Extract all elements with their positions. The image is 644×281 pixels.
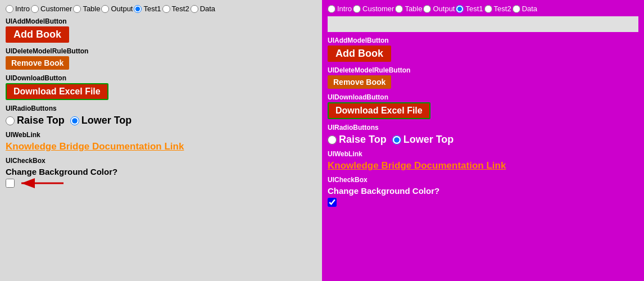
text-input-right[interactable] [328, 16, 638, 32]
web-link-label-right: UIWebLink [328, 150, 638, 158]
tab-test2-radio-right[interactable] [484, 5, 492, 13]
add-model-label-left: UIAddModelButton [6, 17, 316, 25]
tab-table-label-left: Table [83, 4, 100, 13]
radio-label-left: UIRadioButtons [6, 105, 316, 112]
radio-label-right: UIRadioButtons [328, 124, 638, 132]
remove-book-button-left[interactable]: Remove Book [6, 56, 69, 70]
bg-color-checkbox-left[interactable] [6, 179, 15, 188]
tab-test1-label-right: Test1 [465, 4, 483, 13]
remove-book-button-right[interactable]: Remove Book [328, 75, 391, 89]
checkbox-text-right: Change Background Color? [328, 186, 439, 196]
checkbox-label-left: UICheckBox [6, 157, 316, 165]
tab-data-left[interactable]: Data [191, 4, 215, 13]
tab-intro-radio-left[interactable] [6, 5, 13, 13]
raise-top-radio-right[interactable]: Raise Top [328, 134, 387, 146]
tab-test2-left[interactable]: Test2 [162, 4, 189, 13]
add-model-label-right: UIAddModelButton [328, 37, 638, 44]
checkbox-with-arrow-left [6, 176, 316, 190]
tab-table-radio-right[interactable] [395, 5, 403, 13]
download-button-left[interactable]: Download Excel File [6, 83, 108, 100]
tab-customer-label-left: Customer [40, 4, 72, 13]
tab-test2-label-right: Test2 [494, 4, 511, 13]
tab-table-right[interactable]: Table [395, 4, 422, 13]
checkbox-label-right: UICheckBox [328, 176, 638, 184]
tab-output-left[interactable]: Output [101, 4, 133, 13]
left-panel: Intro Customer Table Output Test1 Test2 … [0, 0, 322, 281]
tab-intro-left[interactable]: Intro [6, 4, 30, 13]
tab-test1-label-left: Test1 [143, 4, 161, 13]
tab-table-radio-left[interactable] [73, 5, 81, 13]
tab-output-label-right: Output [433, 4, 455, 13]
checkbox-row-right: Change Background Color? [328, 186, 638, 196]
tab-bar-right: Intro Customer Table Output Test1 Test2 … [328, 4, 638, 13]
radio-row-left: Raise Top Lower Top [6, 115, 316, 126]
knowledge-bridge-link-right[interactable]: Knowledge Bridge Documentation Link [328, 160, 638, 171]
tab-intro-right[interactable]: Intro [328, 4, 352, 13]
tab-output-right[interactable]: Output [423, 4, 455, 13]
tab-data-radio-left[interactable] [191, 5, 198, 13]
tab-intro-radio-right[interactable] [328, 5, 335, 13]
tab-customer-radio-left[interactable] [31, 5, 39, 13]
tab-table-label-right: Table [405, 4, 422, 13]
tab-output-radio-right[interactable] [423, 5, 431, 13]
bg-color-checkbox-right[interactable] [328, 198, 337, 207]
download-label-right: UIDownloadButton [328, 93, 638, 101]
tab-table-left[interactable]: Table [73, 4, 100, 13]
tab-customer-left[interactable]: Customer [31, 4, 72, 13]
arrow-icon-left [16, 175, 66, 191]
tab-output-radio-left[interactable] [101, 5, 109, 13]
tab-test1-left[interactable]: Test1 [134, 4, 161, 13]
tab-data-radio-right[interactable] [513, 5, 520, 13]
delete-model-label-left: UIDeleteModelRuleButton [6, 47, 316, 55]
add-book-button-right[interactable]: Add Book [328, 46, 391, 62]
right-panel: Intro Customer Table Output Test1 Test2 … [322, 0, 644, 281]
lower-top-radio-right[interactable]: Lower Top [392, 134, 454, 146]
radio-row-right: Raise Top Lower Top [328, 134, 638, 146]
tab-test1-radio-left[interactable] [134, 5, 142, 13]
tab-test1-radio-right[interactable] [456, 5, 464, 13]
tab-test2-right[interactable]: Test2 [484, 4, 511, 13]
tab-bar-left: Intro Customer Table Output Test1 Test2 … [6, 4, 316, 13]
tab-test2-label-left: Test2 [172, 4, 189, 13]
tab-output-label-left: Output [111, 4, 133, 13]
tab-data-label-right: Data [522, 4, 537, 13]
tab-test2-radio-left[interactable] [162, 5, 170, 13]
tab-data-right[interactable]: Data [513, 4, 537, 13]
knowledge-bridge-link-left[interactable]: Knowledge Bridge Documentation Link [6, 141, 316, 152]
tab-test1-right[interactable]: Test1 [456, 4, 483, 13]
lower-top-radio-left[interactable]: Lower Top [70, 115, 132, 126]
download-label-left: UIDownloadButton [6, 74, 316, 82]
web-link-label-left: UIWebLink [6, 131, 316, 139]
tab-data-label-left: Data [200, 4, 215, 13]
raise-top-radio-left[interactable]: Raise Top [6, 115, 65, 126]
add-book-button-left[interactable]: Add Book [6, 26, 69, 43]
tab-intro-label-right: Intro [337, 4, 352, 13]
tab-customer-right[interactable]: Customer [353, 4, 394, 13]
tab-customer-label-right: Customer [362, 4, 394, 13]
delete-model-label-right: UIDeleteModelRuleButton [328, 66, 638, 74]
download-button-right[interactable]: Download Excel File [328, 102, 430, 119]
tab-intro-label-left: Intro [15, 4, 30, 13]
tab-customer-radio-right[interactable] [353, 5, 361, 13]
